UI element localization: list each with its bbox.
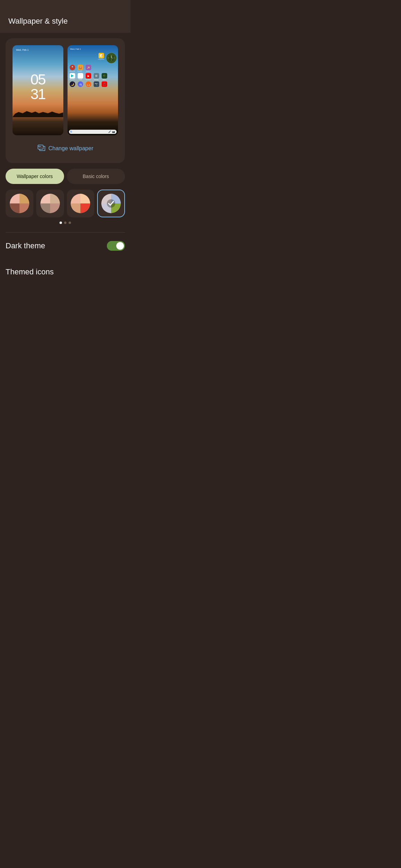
lock-screen-date: Wed, Feb 1 (16, 49, 29, 51)
svg-rect-12 (38, 145, 43, 149)
cookie-run-icon-wrapper: 🍪 CookieR... (77, 65, 84, 72)
play-store-wrapper: Play Store (69, 73, 76, 80)
mountains-silhouette (13, 108, 63, 117)
dark-theme-toggle[interactable] (107, 241, 125, 251)
swatch-2-pie (40, 194, 60, 213)
keep-notes-label: KeepNotes (98, 59, 104, 60)
apps-row-4: 🌙 ʤ 🦊 (69, 81, 117, 87)
settings-label: Settings (94, 79, 99, 80)
themed-icons-section: Themed icons (6, 259, 125, 285)
gmail-icon: M (78, 73, 83, 79)
play-store-icon (70, 73, 75, 79)
pagination-dot-2 (64, 222, 66, 224)
themed-icons-label: Themed icons (6, 267, 54, 276)
pagination-dot-1 (60, 222, 62, 224)
discord-icon: ʤ (78, 81, 83, 87)
cookie-run-icon: 🍪 (78, 65, 83, 70)
wallpaper-change-icon (37, 144, 46, 153)
themed-icons-row: Themed icons (6, 265, 125, 279)
camera-wrapper: 📷 (93, 81, 100, 87)
color-swatch-4-selected[interactable] (97, 190, 125, 217)
settings-icon: ⚙ (94, 73, 99, 79)
dark-theme-section: Dark theme (6, 232, 125, 259)
swatch-3-pie (71, 194, 90, 213)
home-screen-preview: Wed, Feb 1 📝 KeepNotes (68, 45, 118, 135)
youtube-icon: ▶ (86, 73, 91, 79)
apps-row-2: Among Us 🍪 CookieR... ✨ Gacha... (69, 65, 117, 72)
yt-music-wrapper: 🎵 (101, 81, 108, 87)
google-g-logo: G (70, 130, 72, 133)
basic-colors-tab[interactable]: Basic colors (67, 169, 125, 184)
gacha-label: Gacha... (86, 71, 91, 72)
moon-app-wrapper: 🌙 (69, 81, 76, 87)
color-swatches-row (6, 190, 125, 217)
change-wallpaper-button[interactable]: Change wallpaper (13, 141, 118, 156)
firefox-wrapper: 🦊 (85, 81, 92, 87)
play-store-label: Play Store (69, 79, 75, 80)
lock-screen-preview: Wed, Feb 1 05 31 (13, 45, 63, 135)
keep-notes-icon-wrapper: 📝 KeepNotes (98, 53, 105, 63)
moon-app-icon: 🌙 (70, 81, 75, 87)
discord-wrapper: ʤ (77, 81, 84, 87)
lock-screen-background: Wed, Feb 1 05 31 (13, 45, 63, 135)
color-scheme-tabs: Wallpaper colors Basic colors (6, 169, 125, 184)
svg-point-8 (72, 66, 73, 67)
apps-row-3: Play Store M Gmail ▶ YouTube... (69, 73, 117, 80)
color-swatch-3[interactable] (67, 190, 95, 217)
cookie-run-label: CookieR... (77, 71, 83, 72)
google-mic-icon: 🎤 (108, 130, 111, 133)
dark-theme-row: Dark theme (6, 238, 125, 254)
main-content: Wed, Feb 1 05 31 Wed, Feb 1 (0, 33, 131, 290)
youtube-label: YouTube... (85, 79, 91, 80)
clock-face-svg: 12 3 6 9 (107, 54, 116, 62)
keep-notes-icon: 📝 (99, 53, 104, 58)
home-screen-background: Wed, Feb 1 📝 KeepNotes (68, 45, 118, 135)
gmail-wrapper: M Gmail (77, 73, 84, 80)
home-screen-date: Wed, Feb 1 (70, 48, 81, 50)
quran-wrapper: ☪ Quran (101, 73, 108, 80)
swatch-1-pie (10, 194, 29, 213)
wallpaper-card: Wed, Feb 1 05 31 Wed, Feb 1 (6, 38, 125, 163)
among-us-label: Among Us (69, 71, 75, 72)
previews-row: Wed, Feb 1 05 31 Wed, Feb 1 (13, 45, 118, 135)
color-swatch-1[interactable] (6, 190, 33, 217)
svg-point-13 (39, 146, 40, 147)
apps-row-1: 📝 KeepNotes 12 3 6 9 (69, 53, 117, 63)
svg-marker-9 (71, 74, 74, 77)
among-us-icon (70, 65, 75, 70)
quran-label: Quran (103, 79, 106, 80)
firefox-icon: 🦊 (86, 81, 91, 87)
pagination-dots (6, 222, 125, 224)
gmail-label: Gmail (79, 79, 82, 80)
clock-widget: 12 3 6 9 (106, 53, 117, 63)
settings-wrapper: ⚙ Settings (93, 73, 100, 80)
lock-minute: 31 (30, 87, 45, 102)
google-search-bar[interactable]: G 🎤 📷 (69, 130, 117, 134)
dark-theme-label: Dark theme (6, 241, 45, 250)
gacha-icon-wrapper: ✨ Gacha... (85, 65, 92, 72)
among-us-icon-wrapper: Among Us (69, 65, 76, 72)
swatch-4-pie (101, 194, 121, 213)
lock-screen-time: 05 31 (30, 72, 45, 102)
gacha-icon: ✨ (86, 65, 91, 70)
svg-text:ʤ: ʤ (79, 83, 82, 86)
camera-icon: 📷 (94, 81, 99, 87)
youtube-wrapper: ▶ YouTube... (85, 73, 92, 80)
lock-hour: 05 (30, 72, 45, 87)
color-swatch-2[interactable] (36, 190, 64, 217)
wallpaper-colors-tab[interactable]: Wallpaper colors (6, 169, 64, 184)
home-screen-apps: 📝 KeepNotes 12 3 6 9 (69, 53, 117, 88)
change-wallpaper-label: Change wallpaper (48, 145, 93, 152)
dark-theme-toggle-thumb (116, 242, 124, 250)
yt-music-icon: 🎵 (102, 81, 107, 87)
header: Wallpaper & style (0, 0, 131, 33)
google-lens-icon: 📷 (112, 130, 115, 133)
page-title: Wallpaper & style (8, 17, 122, 26)
quran-icon: ☪ (102, 73, 107, 79)
pagination-dot-3 (69, 222, 71, 224)
